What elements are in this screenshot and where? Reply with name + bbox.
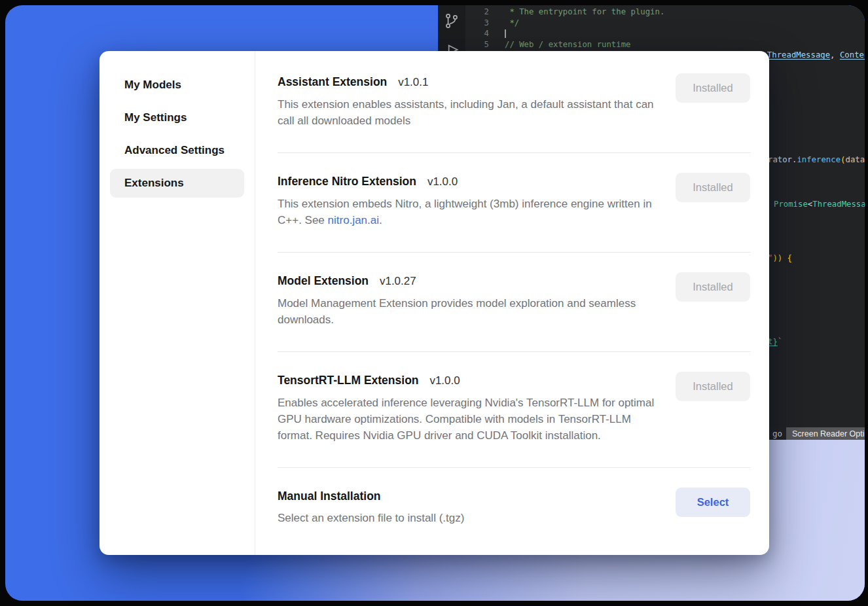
sidebar-item-my-settings[interactable]: My Settings — [110, 103, 244, 132]
screenshot-canvas: 2 * The entrypoint for the plugin.3 */45… — [0, 0, 868, 606]
nitro-jan-ai-link[interactable]: nitro.jan.ai. — [328, 214, 382, 226]
sidebar-item-label: My Settings — [124, 111, 187, 124]
code-line: 2 * The entrypoint for the plugin. — [465, 7, 865, 18]
sidebar-item-advanced-settings[interactable]: Advanced Settings — [110, 136, 244, 165]
extension-version: v1.0.0 — [427, 175, 458, 188]
sidebar-item-label: Advanced Settings — [124, 144, 225, 157]
extension-description-text: This extension enables assistants, inclu… — [278, 98, 654, 127]
code-token: data — [845, 155, 865, 164]
extension-version: v1.0.0 — [429, 374, 460, 387]
installed-button[interactable]: Installed — [676, 372, 750, 401]
sidebar-item-label: My Models — [124, 79, 181, 92]
code-line: 4 — [465, 28, 865, 39]
sidebar-item-label: Extensions — [124, 177, 184, 190]
sidebar-item-my-models[interactable]: My Models — [110, 71, 244, 99]
extension-description: This extension enables assistants, inclu… — [278, 96, 661, 129]
extension-row-model: Model Extension v1.0.27 Model Management… — [278, 253, 750, 352]
extension-name: Assistant Extension — [278, 75, 387, 88]
extension-description: This extension embeds Nitro, a lightweig… — [278, 196, 661, 228]
code-token: ThreadMessage — [767, 50, 830, 60]
extension-description: Select an extension file to install (.tg… — [278, 510, 464, 526]
installed-button[interactable]: Installed — [676, 73, 750, 103]
code-token: ThreadMessage — [812, 200, 865, 209]
extension-name: Manual Installation — [278, 490, 381, 503]
extension-title: TensortRT-LLM Extension v1.0.0 — [278, 372, 661, 389]
code-text: */ — [499, 18, 519, 29]
extension-info: Assistant Extension v1.0.1 This extensio… — [278, 73, 661, 129]
code-line: 3 */ — [465, 18, 865, 29]
extension-row-assistant: Assistant Extension v1.0.1 This extensio… — [278, 51, 750, 153]
select-file-button[interactable]: Select — [676, 488, 750, 517]
extension-title: Assistant Extension v1.0.1 — [278, 73, 661, 91]
sidebar-menu: My Models My Settings Advanced Settings … — [99, 71, 255, 198]
settings-modal: My Models My Settings Advanced Settings … — [99, 51, 769, 555]
code-fragment: t}` — [768, 337, 782, 346]
code-line: 5// Web / extension runtime — [465, 39, 865, 50]
extension-version: v1.0.1 — [398, 76, 428, 88]
extension-row-nitro: Inference Nitro Extension v1.0.0 This ex… — [278, 153, 750, 253]
source-control-icon[interactable] — [443, 12, 460, 29]
extension-row-manual-installation: Manual Installation Select an extension … — [278, 468, 750, 543]
extension-info: Model Extension v1.0.27 Model Management… — [278, 272, 661, 328]
status-language-text: go — [772, 427, 782, 440]
settings-sidebar: My Models My Settings Advanced Settings … — [99, 51, 255, 555]
code-token: ContentType — [840, 50, 865, 60]
sidebar-item-extensions[interactable]: Extensions — [110, 169, 244, 198]
line-number: 5 — [465, 39, 499, 50]
extension-info: Manual Installation Select an extension … — [278, 488, 464, 526]
code-fragment: Promise<ThreadMessage> — [774, 200, 865, 209]
extension-title: Model Extension v1.0.27 — [278, 272, 661, 290]
code-token: t} — [768, 337, 778, 346]
code-token: Promise — [774, 200, 808, 209]
extension-description-text: Model Management Extension provides mode… — [278, 297, 636, 326]
code-text: * The entrypoint for the plugin. — [499, 7, 664, 18]
code-token: ` — [778, 337, 782, 346]
status-screen-reader[interactable]: Screen Reader Optimize — [786, 427, 865, 440]
extension-info: Inference Nitro Extension v1.0.0 This ex… — [278, 173, 661, 228]
extension-description: Enables accelerated inference leveraging… — [278, 395, 661, 444]
code-fragment: ")) { — [768, 253, 792, 262]
extension-description: Model Management Extension provides mode… — [278, 295, 661, 328]
extension-version: v1.0.27 — [380, 275, 416, 287]
code-fragment: rator.inference(data)); — [768, 155, 865, 164]
code-token: * The entrypoint for the plugin. — [505, 7, 664, 16]
code-token — [505, 29, 506, 38]
extension-name: TensortRT-LLM Extension — [278, 374, 419, 387]
extension-row-tensorrt: TensortRT-LLM Extension v1.0.0 Enables a… — [278, 352, 750, 468]
line-number: 2 — [465, 7, 499, 18]
extension-name: Inference Nitro Extension — [278, 175, 416, 188]
extension-title: Inference Nitro Extension v1.0.0 — [278, 173, 661, 190]
installed-button[interactable]: Installed — [676, 173, 750, 202]
extension-info: TensortRT-LLM Extension v1.0.0 Enables a… — [278, 372, 661, 444]
line-number: 4 — [465, 28, 499, 39]
code-text: // Web / extension runtime — [499, 39, 631, 50]
installed-button[interactable]: Installed — [676, 272, 750, 302]
code-token: { — [782, 253, 792, 262]
code-token: , — [830, 50, 840, 60]
code-token: )) — [772, 253, 782, 262]
extension-name: Model Extension — [278, 274, 369, 287]
extension-description-text: Enables accelerated inference leveraging… — [278, 397, 654, 442]
code-text — [499, 28, 506, 39]
code-token: rator — [768, 155, 792, 164]
code-token: // Web / extension runtime — [505, 40, 631, 49]
code-token: */ — [505, 18, 519, 27]
line-number: 3 — [465, 18, 499, 29]
extensions-list: Assistant Extension v1.0.1 This extensio… — [255, 51, 769, 555]
extension-title: Manual Installation — [278, 488, 464, 505]
extension-description-text: Select an extension file to install (.tg… — [278, 512, 464, 524]
code-token: inference — [797, 155, 841, 164]
